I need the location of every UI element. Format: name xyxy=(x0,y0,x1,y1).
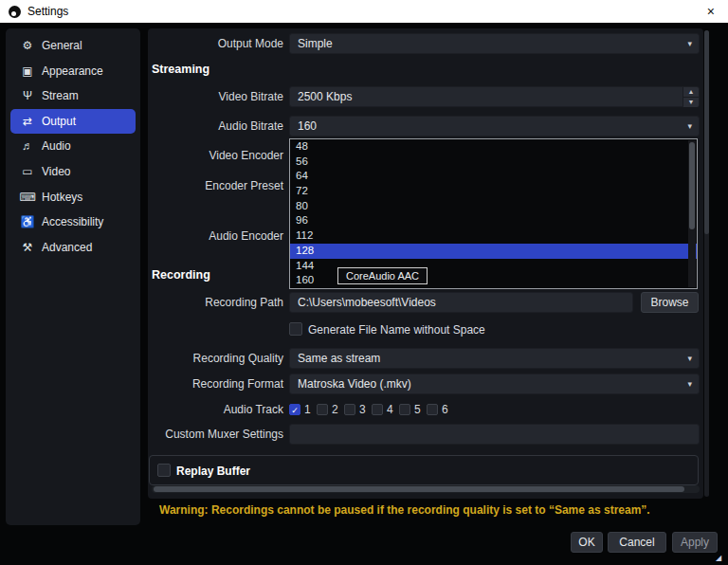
accessibility-icon: ♿ xyxy=(19,215,36,228)
audio-track-5-checkbox[interactable] xyxy=(399,404,410,415)
sidebar-item-output[interactable]: ⇄Output xyxy=(10,109,136,134)
sidebar-item-general[interactable]: ⚙General xyxy=(10,33,136,58)
spinner-buttons: ▲▼ xyxy=(682,87,699,106)
antenna-icon: Ψ xyxy=(19,89,36,102)
sidebar-item-audio[interactable]: ♬Audio xyxy=(10,134,136,158)
audio-track-2-label: 2 xyxy=(332,403,338,416)
recording-quality-label: Recording Quality xyxy=(144,348,283,369)
obs-logo-icon xyxy=(9,6,21,18)
recording-quality-select[interactable]: Same as stream ▾ xyxy=(289,348,700,369)
dropdown-option-highlighted[interactable]: 128 xyxy=(290,244,697,259)
audio-track-6-checkbox[interactable] xyxy=(427,404,438,415)
apply-button[interactable]: Apply xyxy=(672,532,718,553)
resize-grip[interactable]: ◢ xyxy=(716,555,723,562)
sidebar-item-label: Hotkeys xyxy=(42,191,82,204)
titlebar: Settings × xyxy=(0,0,728,23)
dropdown-option[interactable]: 96 xyxy=(290,213,697,228)
tools-icon: ⚒ xyxy=(19,241,36,254)
audio-track-label: Audio Track xyxy=(144,399,283,420)
replay-buffer-label: Replay Buffer xyxy=(176,465,250,478)
audio-track-4-checkbox[interactable] xyxy=(372,404,383,415)
audio-bitrate-label: Audio Bitrate xyxy=(144,116,283,137)
sidebar-item-label: Audio xyxy=(42,139,71,153)
audio-bitrate-select[interactable]: 160 ▾ xyxy=(289,116,700,137)
sidebar-item-label: General xyxy=(42,39,82,52)
dropdown-option[interactable]: 48 xyxy=(290,139,697,155)
cancel-button[interactable]: Cancel xyxy=(608,532,666,553)
encoder-tooltip: CoreAudio AAC xyxy=(337,267,428,284)
custom-muxer-input[interactable] xyxy=(289,424,700,445)
streaming-section-header: Streaming xyxy=(152,63,209,76)
dropdown-option[interactable]: 112 xyxy=(290,228,697,244)
sidebar-item-accessibility[interactable]: ♿Accessibility xyxy=(10,210,136,234)
dropdown-option[interactable]: 72 xyxy=(290,184,697,199)
audio-bitrate-value: 160 xyxy=(298,117,317,136)
recording-format-select[interactable]: Matroska Video (.mkv) ▾ xyxy=(289,374,700,394)
encoder-preset-label: Encoder Preset xyxy=(144,175,283,196)
dropdown-option[interactable]: 56 xyxy=(290,155,697,170)
video-bitrate-label: Video Bitrate xyxy=(144,86,283,107)
warning-text: Warning: Recordings cannot be paused if … xyxy=(159,503,709,517)
video-bitrate-spinbox[interactable]: 2500 Kbps ▲▼ xyxy=(289,86,700,107)
dropdown-scrollbar[interactable] xyxy=(688,140,696,287)
replay-buffer-checkbox[interactable] xyxy=(157,464,171,477)
chevron-down-icon: ▾ xyxy=(687,34,692,53)
spin-down-icon[interactable]: ▼ xyxy=(683,98,699,107)
display-icon: ▭ xyxy=(19,165,36,178)
ok-button[interactable]: OK xyxy=(571,532,603,553)
appearance-icon: ▣ xyxy=(19,64,36,78)
browse-button[interactable]: Browse xyxy=(641,292,699,313)
recording-section-header: Recording xyxy=(152,268,210,282)
custom-muxer-label: Custom Muxer Settings xyxy=(144,424,283,445)
audio-track-3-checkbox[interactable] xyxy=(344,404,355,415)
window-title: Settings xyxy=(27,5,68,18)
obs-logo-detail xyxy=(11,11,16,16)
keyboard-icon: ⌨ xyxy=(19,191,36,204)
recording-format-label: Recording Format xyxy=(144,374,283,394)
sidebar-item-label: Appearance xyxy=(42,64,103,78)
audio-track-4-label: 4 xyxy=(387,403,393,416)
spin-up-icon[interactable]: ▲ xyxy=(683,87,699,98)
horizontal-scrollbar-thumb[interactable] xyxy=(154,486,684,492)
output-mode-select[interactable]: Simple ▾ xyxy=(289,33,700,54)
output-icon: ⇄ xyxy=(19,115,36,128)
chevron-down-icon: ▾ xyxy=(687,374,692,393)
sidebar-item-appearance[interactable]: ▣Appearance xyxy=(10,59,136,83)
horizontal-scrollbar[interactable] xyxy=(152,485,700,493)
recording-format-value: Matroska Video (.mkv) xyxy=(298,374,411,393)
dropdown-option[interactable]: 80 xyxy=(290,199,697,214)
recording-path-input[interactable] xyxy=(289,292,633,313)
audio-track-3-label: 3 xyxy=(359,403,366,416)
video-encoder-label: Video Encoder xyxy=(144,145,283,166)
audio-track-6-label: 6 xyxy=(442,403,448,416)
generate-filename-checkbox[interactable] xyxy=(289,322,302,336)
vertical-scrollbar[interactable] xyxy=(704,30,709,497)
sidebar: ⚙General ▣Appearance ΨStream ⇄Output ♬Au… xyxy=(6,28,140,525)
vertical-scrollbar-thumb[interactable] xyxy=(704,30,709,234)
audio-track-1-checkbox[interactable]: ✓ xyxy=(289,404,300,415)
sidebar-item-label: Accessibility xyxy=(42,215,103,228)
close-icon[interactable]: × xyxy=(707,2,715,21)
output-mode-label: Output Mode xyxy=(144,33,283,54)
sidebar-item-label: Advanced xyxy=(42,241,92,254)
audio-track-2-checkbox[interactable] xyxy=(317,404,328,415)
speaker-icon: ♬ xyxy=(19,139,36,153)
recording-quality-value: Same as stream xyxy=(298,349,380,368)
generate-filename-label: Generate File Name without Space xyxy=(308,323,485,337)
chevron-down-icon: ▾ xyxy=(687,349,692,368)
audio-track-1-label: 1 xyxy=(304,403,311,416)
sidebar-item-label: Output xyxy=(42,115,76,128)
sidebar-item-advanced[interactable]: ⚒Advanced xyxy=(10,235,136,260)
sidebar-item-hotkeys[interactable]: ⌨Hotkeys xyxy=(10,185,136,210)
output-mode-value: Simple xyxy=(298,34,333,53)
chevron-down-icon: ▾ xyxy=(687,117,692,136)
dropdown-scrollbar-thumb[interactable] xyxy=(689,142,695,229)
sidebar-item-label: Stream xyxy=(42,89,79,102)
audio-encoder-label: Audio Encoder xyxy=(144,226,283,246)
sidebar-item-stream[interactable]: ΨStream xyxy=(10,83,136,108)
dropdown-option[interactable]: 64 xyxy=(290,169,697,184)
sidebar-item-video[interactable]: ▭Video xyxy=(10,159,136,184)
sidebar-item-label: Video xyxy=(42,165,70,178)
gear-icon: ⚙ xyxy=(19,39,36,52)
video-bitrate-value: 2500 Kbps xyxy=(298,87,352,106)
